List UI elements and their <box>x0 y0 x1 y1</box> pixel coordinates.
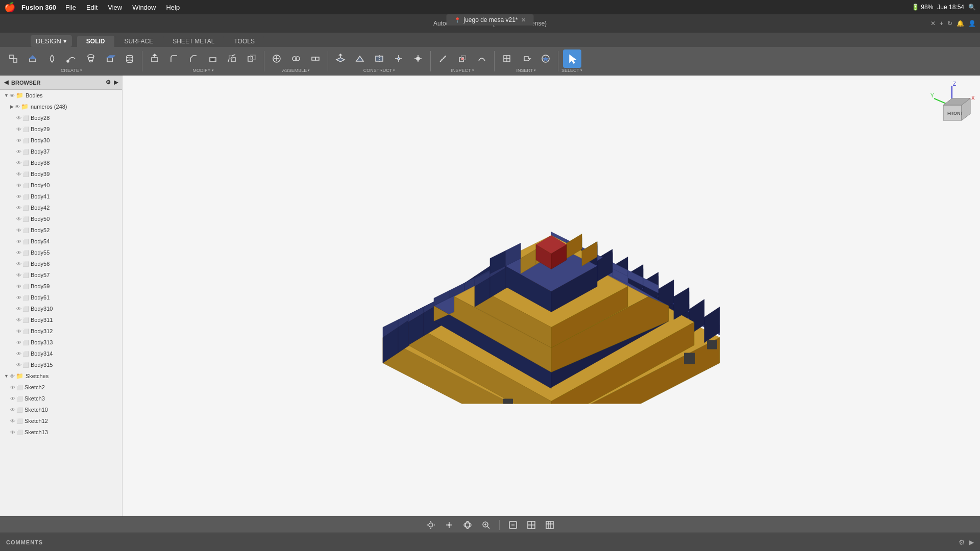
tool-axis[interactable] <box>389 49 408 68</box>
tree-item-sketch3[interactable]: 👁 ⬜ Sketch3 <box>0 393 122 404</box>
tool-zoom[interactable] <box>479 518 493 532</box>
tool-view-settings[interactable] <box>543 518 557 532</box>
tree-item-body56[interactable]: 👁 ⬜ Body56 <box>0 258 122 269</box>
tree-item-body41[interactable]: 👁 ⬜ Body41 <box>0 191 122 202</box>
tree-item-body39[interactable]: 👁 ⬜ Body39 <box>0 168 122 180</box>
tree-item-sketch10[interactable]: 👁 ⬜ Sketch10 <box>0 404 122 415</box>
tool-combine[interactable] <box>242 49 261 68</box>
apple-menu[interactable]: 🍎 <box>4 2 15 13</box>
tree-item-body310[interactable]: 👁 ⬜ Body310 <box>0 303 122 314</box>
tool-extrude[interactable] <box>23 49 42 68</box>
create-label[interactable]: CREATE▾ <box>61 68 82 73</box>
close-tab-icon[interactable]: ✕ <box>521 17 526 23</box>
tool-new-component[interactable] <box>4 49 22 68</box>
tree-item-body313[interactable]: 👁 ⬜ Body313 <box>0 337 122 348</box>
tool-midplane[interactable] <box>370 49 388 68</box>
tool-revolve[interactable] <box>43 49 61 68</box>
tree-item-body29[interactable]: 👁 ⬜ Body29 <box>0 123 122 135</box>
refresh-icon[interactable]: ↻ <box>947 20 952 27</box>
tool-interference[interactable] <box>453 49 472 68</box>
tree-item-body59[interactable]: 👁 ⬜ Body59 <box>0 281 122 292</box>
tree-item-body315[interactable]: 👁 ⬜ Body315 <box>0 359 122 370</box>
notification-icon[interactable]: 🔔 <box>957 20 964 27</box>
tree-item-sketch12[interactable]: 👁 ⬜ Sketch12 <box>0 415 122 427</box>
tree-item-body37[interactable]: 👁 ⬜ Body37 <box>0 146 122 157</box>
tab-solid[interactable]: SOLID <box>77 36 114 47</box>
tree-item-body311[interactable]: 👁 ⬜ Body311 <box>0 314 122 325</box>
tool-cylinder[interactable] <box>120 49 139 68</box>
select-label[interactable]: SELECT▾ <box>561 68 582 73</box>
construct-label[interactable]: CONSTRUCT▾ <box>363 68 396 73</box>
tool-chamfer[interactable] <box>184 49 203 68</box>
inspect-label[interactable]: INSPECT▾ <box>451 68 474 73</box>
design-button[interactable]: DESIGN ▾ <box>31 35 72 47</box>
tool-grid-settings[interactable] <box>524 518 538 532</box>
tool-fillet[interactable] <box>165 49 183 68</box>
tree-item-body57[interactable]: 👁 ⬜ Body57 <box>0 269 122 281</box>
tree-item-sketch2[interactable]: 👁 ⬜ Sketch2 <box>0 382 122 393</box>
tool-decal[interactable] <box>536 49 555 68</box>
tree-item-body312[interactable]: 👁 ⬜ Body312 <box>0 325 122 337</box>
tree-item-body50[interactable]: 👁 ⬜ Body50 <box>0 213 122 224</box>
tool-as-built-joint[interactable] <box>306 49 325 68</box>
tree-item-body28[interactable]: 👁 ⬜ Body28 <box>0 112 122 123</box>
tool-loft[interactable] <box>82 49 100 68</box>
visibility-icon-numeros[interactable]: 👁 <box>15 104 20 110</box>
insert-label[interactable]: INSERT▾ <box>517 68 536 73</box>
modify-label[interactable]: MODIFY▾ <box>193 68 214 73</box>
tool-fit-view[interactable] <box>424 518 438 532</box>
visibility-icon-b28[interactable]: 👁 <box>16 115 21 121</box>
tool-measure[interactable] <box>434 49 452 68</box>
tree-item-body40[interactable]: 👁 ⬜ Body40 <box>0 180 122 191</box>
file-tab[interactable]: 📍 juego de mesa v21* ✕ <box>446 14 533 26</box>
tool-curvature[interactable] <box>473 49 491 68</box>
visibility-icon[interactable]: 👁 <box>10 93 15 98</box>
tool-press-pull[interactable] <box>145 49 164 68</box>
browser-settings-icon[interactable]: ⚙ <box>106 79 111 86</box>
menu-view[interactable]: View <box>103 3 127 12</box>
tool-pan[interactable] <box>442 518 456 532</box>
tree-item-body30[interactable]: 👁 ⬜ Body30 <box>0 135 122 146</box>
tree-item-body55[interactable]: 👁 ⬜ Body55 <box>0 247 122 258</box>
tool-joint[interactable] <box>287 49 305 68</box>
tool-sweep[interactable] <box>62 49 81 68</box>
tab-surface[interactable]: SURFACE <box>115 36 163 47</box>
tool-new-component-assemble[interactable] <box>267 49 286 68</box>
menu-edit[interactable]: Edit <box>81 3 103 12</box>
menu-help[interactable]: Help <box>161 3 185 12</box>
tree-item-body54[interactable]: 👁 ⬜ Body54 <box>0 236 122 247</box>
tree-item-numeros[interactable]: ▶ 👁 📁 numeros (248) <box>0 101 122 112</box>
comments-expand-icon[interactable]: ▶ <box>969 539 974 546</box>
view-cube[interactable]: X Y Z FRONT <box>929 81 975 127</box>
tree-item-body42[interactable]: 👁 ⬜ Body42 <box>0 202 122 213</box>
assemble-label[interactable]: ASSEMBLE▾ <box>282 68 310 73</box>
tree-item-body38[interactable]: 👁 ⬜ Body38 <box>0 157 122 168</box>
tool-box[interactable] <box>101 49 119 68</box>
tool-scale[interactable] <box>223 49 241 68</box>
browser-expand-icon[interactable]: ▶ <box>114 79 118 86</box>
tool-insert-svg[interactable] <box>517 49 535 68</box>
tab-sheet-metal[interactable]: SHEET METAL <box>163 36 224 47</box>
comments-settings-icon[interactable]: ⚙ <box>959 538 965 546</box>
browser-collapse-icon[interactable]: ◀ <box>4 79 8 86</box>
tree-item-bodies[interactable]: ▼ 👁 📁 Bodies <box>0 90 122 101</box>
tree-item-sketches[interactable]: ▼ 👁 📁 Sketches <box>0 370 122 382</box>
menu-file[interactable]: File <box>60 3 81 12</box>
tool-select[interactable] <box>563 49 581 68</box>
tool-offset-plane[interactable] <box>331 49 350 68</box>
tab-tools[interactable]: TOOLS <box>225 36 263 47</box>
menu-window[interactable]: Window <box>127 3 161 12</box>
tool-shell[interactable] <box>204 49 222 68</box>
tree-item-sketch13[interactable]: 👁 ⬜ Sketch13 <box>0 427 122 438</box>
tool-angle-plane[interactable] <box>351 49 369 68</box>
tool-point[interactable] <box>409 49 427 68</box>
user-icon[interactable]: 👤 <box>968 20 976 27</box>
close-window-icon[interactable]: ✕ <box>930 20 936 27</box>
tool-orbit[interactable] <box>460 518 475 532</box>
tool-display-settings[interactable] <box>506 518 520 532</box>
tree-item-body314[interactable]: 👁 ⬜ Body314 <box>0 348 122 359</box>
tree-item-body61[interactable]: 👁 ⬜ Body61 <box>0 292 122 303</box>
tree-item-body52[interactable]: 👁 ⬜ Body52 <box>0 224 122 236</box>
tool-insert-mesh[interactable] <box>498 49 516 68</box>
viewport[interactable]: X Y Z FRONT <box>122 76 980 516</box>
